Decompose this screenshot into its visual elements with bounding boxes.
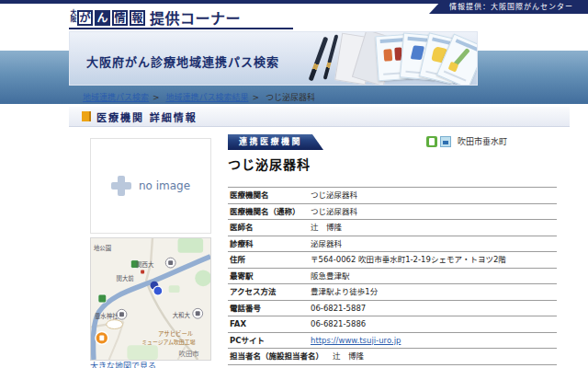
breadcrumb-item[interactable]: 地域連携パス検索結果 [165, 93, 248, 102]
area-badge-icon-green[interactable] [426, 136, 437, 147]
row-value: つじ泌尿器科 [311, 208, 357, 217]
area-info: 吹田市垂水町 [426, 135, 507, 147]
row-label: アクセス方法 [230, 288, 311, 297]
breadcrumb-item: つじ泌尿器科 [266, 93, 315, 102]
breadcrumb-separator: > [252, 93, 259, 102]
gold-square-icon [82, 111, 91, 121]
table-row: 担当者名（施設担当者名） 辻 博隆 [228, 348, 557, 364]
row-value: 辻 博隆 [333, 352, 364, 362]
row-value: 阪急豊津駅 [311, 272, 350, 282]
map-label-park: 地公園 [94, 244, 111, 252]
table-row: 最寄駅 阪急豊津駅 [228, 268, 557, 284]
table-row: PCサイト https://www.tsuji-uro.jp [228, 332, 557, 349]
row-value: 泌尿器科 [311, 240, 342, 249]
map-label-university: 大和大 [173, 311, 191, 319]
banner-artwork [307, 32, 478, 86]
table-row: 住所 〒564-0062 吹田市垂水町1-2-19シェモア・トヨツ2階 [228, 251, 557, 268]
logo-box-char: が [77, 10, 93, 26]
station-marker-icon [141, 270, 144, 273]
route-shield-icon [98, 294, 107, 303]
map-park-area [127, 345, 157, 360]
header-divider [69, 28, 293, 29]
table-row: FAX 06-6821-5886 [228, 316, 557, 332]
site-logo[interactable]: 大阪 が ん 情 報 提供コーナー [69, 6, 241, 29]
breadcrumb: 地域連携パス検索> 地域連携パス検索結果> つじ泌尿器科 [83, 91, 315, 103]
medical-cross-icon [111, 176, 131, 196]
row-value[interactable]: https://www.tsuji-uro.jp [311, 337, 401, 346]
row-label: 担当者名（施設担当者名） [230, 352, 333, 362]
logo-box-char: ん [95, 10, 110, 26]
table-row: 医療機関名（通称） つじ泌尿器科 [228, 203, 557, 220]
map-park-area [169, 285, 180, 293]
destination-marker-icon [153, 286, 163, 295]
row-value: つじ泌尿器科 [311, 191, 357, 201]
route-oval-badge-icon [107, 320, 123, 329]
breadcrumb-separator: > [153, 93, 160, 102]
breadcrumb-item[interactable]: 地域連携パス検索 [83, 93, 149, 102]
row-label: 住所 [230, 256, 311, 265]
large-map-link[interactable]: 大きな地図で見る [90, 360, 156, 368]
poi-glyph [119, 312, 124, 316]
row-label: FAX [230, 320, 311, 329]
logo-box-char: 報 [130, 10, 145, 26]
map-label-station: 関大前 [117, 274, 135, 282]
map-label-poi: ミュージアム吹田工場 [141, 339, 195, 346]
banner-title: 大阪府がん診療地域連携パス検索 [86, 52, 279, 70]
map-label-university: 関西大 [136, 260, 154, 269]
row-value: 06-6821-5887 [311, 305, 366, 314]
page: 情報提供：大阪国際がんセンター 大阪 が ん 情 報 提供コーナー 大阪府がん診… [0, 0, 588, 368]
map-label-city: 吹田市 [179, 350, 199, 358]
row-label: 医師名 [230, 224, 311, 233]
table-row: アクセス方法 豊津駅より徒歩1分 [228, 283, 557, 300]
provider-note: 情報提供：大阪国際がんセンター [429, 0, 588, 14]
section-heading: 医療機関 詳細情報 [96, 109, 198, 124]
row-value: 〒564-0062 吹田市垂水町1-2-19シェモア・トヨツ2階 [311, 256, 506, 265]
service-banner: 大阪府がん診療地域連携パス検索 [69, 31, 478, 86]
section-heading-bar: 医療機関 詳細情報 [69, 107, 570, 127]
poi-glyph [196, 311, 200, 316]
no-image-label: no image [139, 179, 190, 192]
logo-region-text: 大阪 [69, 9, 75, 26]
row-value: 辻 博隆 [311, 224, 342, 233]
table-row: 電話番号 06-6821-5887 [228, 300, 557, 316]
table-row: 医療機関名 つじ泌尿器科 [228, 187, 557, 203]
map-label-poi: アサヒビール [158, 329, 194, 338]
no-image-placeholder: no image [90, 138, 211, 234]
area-label: 吹田市垂水町 [458, 135, 507, 147]
mini-map[interactable]: 地公園 関西大 関大前 垂水神社 大和大 アサヒビール ミュージアム吹田工場 吹… [90, 237, 211, 361]
table-row: 担当者所属 院長 [228, 364, 557, 368]
row-label: 診療科 [230, 240, 311, 249]
row-label: 最寄駅 [230, 272, 311, 282]
table-row: 医師名 辻 博隆 [228, 219, 557, 236]
row-label: PCサイト [230, 337, 311, 346]
poi-glyph [168, 260, 173, 265]
row-label: 医療機関名 [230, 191, 311, 201]
table-row: 診療科 泌尿器科 [228, 236, 557, 252]
facility-type-ribbon: 連携医療機関 [228, 134, 323, 150]
map-label-shrine: 垂水神社 [95, 312, 119, 320]
area-badge-icon-blue[interactable] [440, 136, 451, 147]
row-label: 電話番号 [230, 305, 311, 314]
row-label: 医療機関名（通称） [230, 208, 311, 217]
facility-name-title: つじ泌尿器科 [228, 155, 311, 173]
facility-detail-table: 医療機関名 つじ泌尿器科 医療機関名（通称） つじ泌尿器科 医師名 辻 博隆 診… [228, 187, 557, 368]
row-value: 豊津駅より徒歩1分 [311, 288, 378, 297]
metro-glyph [99, 335, 104, 340]
map-park-area [178, 238, 204, 253]
logo-suffix-text: 提供コーナー [150, 6, 241, 29]
logo-box-char: 情 [112, 10, 128, 26]
row-value: 06-6821-5886 [311, 320, 366, 329]
